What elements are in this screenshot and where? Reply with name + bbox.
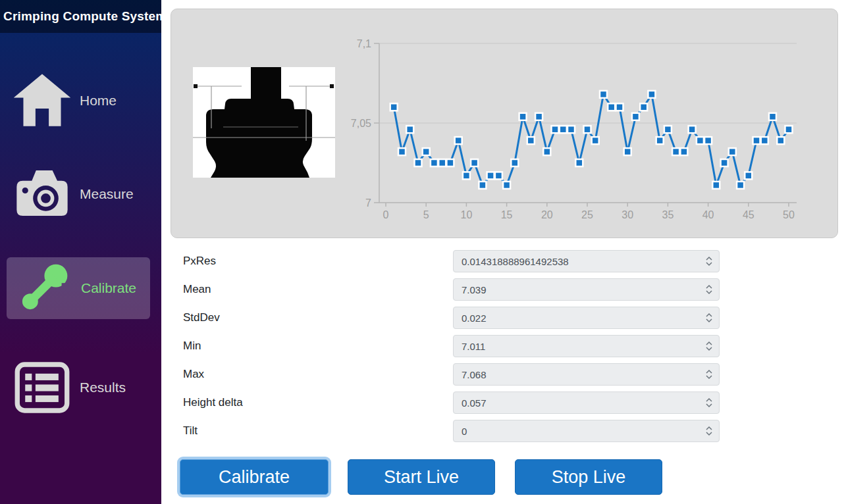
- stddev-field: [453, 307, 720, 329]
- height-delta-input[interactable]: [453, 391, 720, 414]
- spinner-icon[interactable]: [705, 341, 713, 351]
- mean-field: [453, 278, 720, 301]
- svg-text:45: 45: [743, 209, 754, 220]
- home-icon: [11, 70, 73, 131]
- svg-text:7,1: 7,1: [357, 38, 371, 49]
- stddev-label: StdDev: [183, 307, 220, 329]
- sidebar: Crimping Compute System HomeMeasureCalib…: [0, 0, 161, 504]
- tilt-label: Tilt: [183, 420, 198, 442]
- mean-label: Mean: [183, 278, 211, 301]
- form-row: Min: [183, 335, 720, 357]
- form-row: PxRes: [183, 250, 720, 272]
- sidebar-item-calibrate[interactable]: Calibrate: [7, 257, 150, 319]
- start-live-button[interactable]: Start Live: [348, 459, 495, 495]
- spinner-icon[interactable]: [705, 426, 713, 436]
- max-input[interactable]: [453, 363, 720, 386]
- pxres-field: [453, 250, 720, 272]
- form-row: Height delta: [183, 391, 720, 414]
- spinner-icon[interactable]: [705, 397, 713, 408]
- wrench-icon: [12, 258, 74, 318]
- spinner-icon[interactable]: [705, 256, 713, 266]
- min-field: [453, 335, 720, 357]
- spinner-icon[interactable]: [705, 284, 713, 295]
- height-chart: 77,057,105101520253035404550: [171, 9, 839, 239]
- sidebar-item-label: Calibrate: [81, 280, 136, 296]
- max-label: Max: [183, 363, 204, 386]
- form-row: StdDev: [183, 307, 720, 329]
- stddev-input[interactable]: [453, 307, 720, 329]
- sidebar-item-label: Home: [80, 93, 117, 109]
- app-window: Crimping Compute System HomeMeasureCalib…: [0, 0, 846, 504]
- svg-text:20: 20: [541, 209, 553, 220]
- max-field: [453, 363, 720, 386]
- svg-text:35: 35: [662, 209, 674, 220]
- spinner-icon[interactable]: [705, 313, 713, 323]
- calibrate-button[interactable]: Calibrate: [180, 459, 329, 495]
- results-icon: [11, 357, 73, 418]
- form-row: Mean: [183, 278, 720, 301]
- sidebar-item-label: Measure: [80, 186, 134, 202]
- camera-icon: [11, 164, 73, 224]
- svg-text:30: 30: [621, 209, 633, 220]
- svg-text:5: 5: [423, 209, 429, 220]
- svg-text:50: 50: [783, 209, 795, 220]
- pxres-label: PxRes: [183, 250, 216, 272]
- svg-text:0: 0: [383, 209, 389, 220]
- stop-live-button[interactable]: Stop Live: [515, 459, 662, 495]
- mean-input[interactable]: [453, 278, 720, 301]
- spinner-icon[interactable]: [705, 369, 713, 380]
- pxres-input[interactable]: [453, 250, 720, 272]
- tilt-input[interactable]: [453, 420, 720, 442]
- form-row: Tilt: [183, 420, 720, 442]
- sidebar-item-label: Results: [80, 380, 126, 395]
- form-row: Max: [183, 363, 720, 386]
- tilt-field: [453, 420, 720, 442]
- chart-panel: 77,057,105101520253035404550: [171, 9, 838, 238]
- height-delta-label: Height delta: [183, 391, 243, 414]
- svg-text:7: 7: [365, 197, 371, 209]
- sidebar-item-home[interactable]: Home: [0, 69, 161, 132]
- min-input[interactable]: [453, 335, 720, 357]
- app-title: Crimping Compute System: [0, 9, 167, 24]
- svg-text:10: 10: [461, 209, 473, 220]
- svg-text:40: 40: [702, 209, 714, 220]
- height-delta-field: [453, 391, 720, 414]
- sidebar-nav: HomeMeasureCalibrateResults: [0, 33, 161, 504]
- svg-text:25: 25: [581, 209, 593, 220]
- svg-text:7,05: 7,05: [351, 118, 371, 129]
- sidebar-item-measure[interactable]: Measure: [0, 163, 161, 225]
- app-header: Crimping Compute System: [0, 0, 161, 33]
- sidebar-item-results[interactable]: Results: [0, 356, 161, 418]
- min-label: Min: [183, 335, 201, 357]
- svg-text:15: 15: [501, 209, 513, 220]
